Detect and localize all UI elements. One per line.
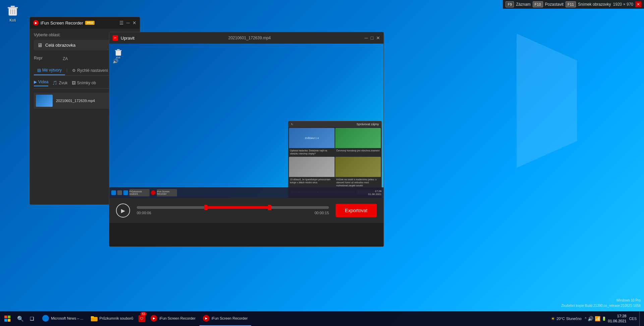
- ifun-app-icon: ▶: [33, 20, 39, 26]
- news-card-3-text: 15 důkazů, že španělským princeznám kolu…: [289, 177, 335, 185]
- taskbar-item-news-label: Microsoft News – ...: [51, 316, 83, 320]
- editor-title-text: Upravit: [121, 36, 134, 41]
- tab-quick-settings-label: Rychlé nastavení: [77, 68, 108, 73]
- sim-time: 17:28: [375, 190, 382, 193]
- keyboard-layout[interactable]: CES: [628, 317, 638, 321]
- taskbar-search-button[interactable]: 🔍: [15, 313, 26, 324]
- tray-volume-icon[interactable]: 📶: [595, 316, 600, 321]
- start-icon: [4, 316, 10, 322]
- search-icon: 🔍: [17, 316, 24, 322]
- editor-maximize-button[interactable]: □: [371, 35, 373, 41]
- taskbar-ifun2-play-icon: ▶: [205, 317, 208, 320]
- taskbar-item-explorer[interactable]: Průzkumník souborů: [87, 311, 137, 326]
- video-thumbnail: [36, 95, 53, 107]
- news-header: ↻ Správovat zájmy: [288, 121, 382, 127]
- tray-network-icon[interactable]: 🔊: [588, 316, 593, 321]
- shield-icon: 🛡: [140, 317, 143, 321]
- news-card-2[interactable]: Červnový horoskop pro všechna znamení: [335, 128, 381, 156]
- media-tab-screenshots[interactable]: 🖼 Snímky ob: [72, 80, 96, 86]
- svg-rect-9: [4, 316, 7, 318]
- sound-tab-label: Zvuk: [59, 81, 67, 85]
- ifun-title-left: ▶ iFun Screen Recorder PRO: [33, 20, 95, 26]
- start-button[interactable]: [0, 311, 15, 326]
- sound-tab-icon: 🎵: [52, 81, 57, 85]
- f9-key[interactable]: F9: [506, 1, 514, 7]
- editor-app-icon: ✂: [113, 35, 118, 41]
- export-button[interactable]: Exportovat: [336, 204, 377, 217]
- tray-chevron[interactable]: ^: [585, 317, 587, 321]
- video-editor-window: ✂ Upravit 20210601_172639.mp4 ─ □ ✕: [109, 32, 384, 247]
- za-label: ZA: [63, 56, 68, 61]
- monitor-icon: 🖥: [37, 42, 43, 48]
- taskbar: 🔍 ❑ Microsoft News – ... Průzkumník soub…: [0, 311, 644, 326]
- win-watermark-line2: Zkušební kopie Build 21390.co_release.21…: [561, 303, 641, 309]
- video-tab-icon: ▶: [34, 80, 37, 84]
- screenshots-tab-label: Snímky ob: [77, 81, 96, 85]
- show-desktop-button[interactable]: [639, 311, 641, 326]
- win-watermark: Windows 10 Pro Zkušební kopie Build 2139…: [561, 298, 641, 309]
- recycle-bin-icon: [6, 3, 19, 17]
- taskbar-item-ifun2[interactable]: ▶ iFun Screen Recorder: [199, 311, 251, 326]
- sim-taskbar-text-2: iFun Screen Recorder: [157, 190, 177, 195]
- tray-battery-icon[interactable]: 🔋: [602, 317, 606, 321]
- taskbar-item-news[interactable]: Microsoft News – ...: [39, 311, 87, 326]
- taskbar-taskview-button[interactable]: ❑: [26, 313, 38, 324]
- news-card-4-text: Krůček na cestě k modernímu právu: o obn…: [335, 177, 381, 188]
- taskbar-weather-temp: 20°C: [557, 317, 565, 321]
- news-card-1[interactable]: ZVĚDAVI 1 4 Optická hádanka: Dokážete na…: [289, 128, 335, 156]
- editor-win-controls: ─ □ ✕: [365, 35, 380, 41]
- timeline-bar[interactable]: [137, 206, 329, 209]
- timeline-handle-left[interactable]: [204, 205, 208, 210]
- taskbar-item-security[interactable]: 🛡 51: [137, 311, 147, 326]
- f10-key[interactable]: F10: [533, 1, 543, 7]
- sim-start-icon: [111, 190, 116, 195]
- tab-quick-settings[interactable]: ⚙ Rychlé nastavení: [69, 66, 111, 75]
- video-screenshot-content: Koš 🔊 ↻ Správovat zájmy ZVĚDAVI 1 4: [109, 44, 384, 198]
- taskbar-weather-desc: Slunečno: [566, 317, 582, 321]
- recycle-bin[interactable]: Koš: [6, 3, 19, 22]
- editor-controls: ▶ 00:00:06 00:00:15 Exportovat: [109, 198, 384, 223]
- taskbar-right: ☀ 20°C Slunečno ^ 🔊 📶 🔋 17:28 01.06.2021…: [549, 311, 644, 326]
- sim-taskbar: Průzkumník souborů iFun Screen Recorder …: [109, 187, 384, 198]
- news-grid: ZVĚDAVI 1 4 Optická hádanka: Dokážete na…: [288, 127, 382, 189]
- news-header-text[interactable]: Správovat zájmy: [356, 123, 379, 126]
- ifun-app-name: iFun Screen Recorder: [41, 20, 83, 26]
- recording-close-button[interactable]: ✕: [635, 1, 641, 7]
- news-card-4-img: [335, 157, 381, 177]
- svg-rect-1: [8, 7, 18, 8]
- ifun-menu-icon[interactable]: ☰: [119, 20, 124, 26]
- play-button[interactable]: ▶: [116, 203, 130, 218]
- timeline-time-start: 00:00:06: [137, 211, 151, 215]
- taskbar-clock[interactable]: 17:28 01.06.2021: [608, 314, 626, 324]
- svg-rect-12: [8, 319, 10, 322]
- sim-taskbar-right: 17:28 01.06.2021: [368, 190, 382, 196]
- ifun-close-button[interactable]: ✕: [132, 20, 136, 26]
- win-watermark-line1: Windows 10 Pro: [561, 298, 641, 303]
- sim-rec-icon: [151, 190, 156, 195]
- timeline-handle-right[interactable]: [268, 205, 271, 210]
- screenshots-tab-icon: 🖼: [72, 81, 76, 85]
- win-logo-decoration: [517, 34, 577, 168]
- sim-edge-icon: [123, 190, 128, 195]
- taskbar-item-ifun2-label: iFun Screen Recorder: [212, 316, 248, 320]
- ifun-minimize-button[interactable]: ─: [126, 20, 130, 26]
- ifun-main-win-controls: ☰ ─ ✕: [119, 20, 136, 26]
- taskbar-weather[interactable]: ☀ 20°C Slunečno: [549, 316, 583, 321]
- news-card-2-img: [335, 128, 381, 148]
- editor-close-button[interactable]: ✕: [376, 35, 380, 41]
- news-card-4[interactable]: Krůček na cestě k modernímu právu: o obn…: [335, 157, 381, 188]
- taskview-icon: ❑: [30, 316, 34, 321]
- editor-video-area: Koš 🔊 ↻ Správovat zájmy ZVĚDAVI 1 4: [109, 44, 384, 198]
- media-tab-video[interactable]: ▶ Videa: [34, 80, 48, 86]
- f11-key[interactable]: F11: [566, 1, 576, 7]
- svg-rect-14: [91, 316, 94, 318]
- editor-minimize-button[interactable]: ─: [365, 35, 368, 41]
- media-tab-sound[interactable]: 🎵 Zvuk: [52, 80, 67, 86]
- taskbar-date: 01.06.2021: [608, 319, 626, 324]
- news-card-3[interactable]: 15 důkazů, že španělským princeznám kolu…: [289, 157, 335, 188]
- svg-rect-2: [11, 6, 15, 7]
- news-card-1-img: ZVĚDAVI 1 4: [289, 128, 335, 148]
- taskbar-edge-icon: [42, 315, 49, 322]
- tab-my-creations[interactable]: ▤ Mé výtvory: [34, 66, 65, 75]
- taskbar-item-ifun1[interactable]: ▶ iFun Screen Recorder: [147, 311, 199, 326]
